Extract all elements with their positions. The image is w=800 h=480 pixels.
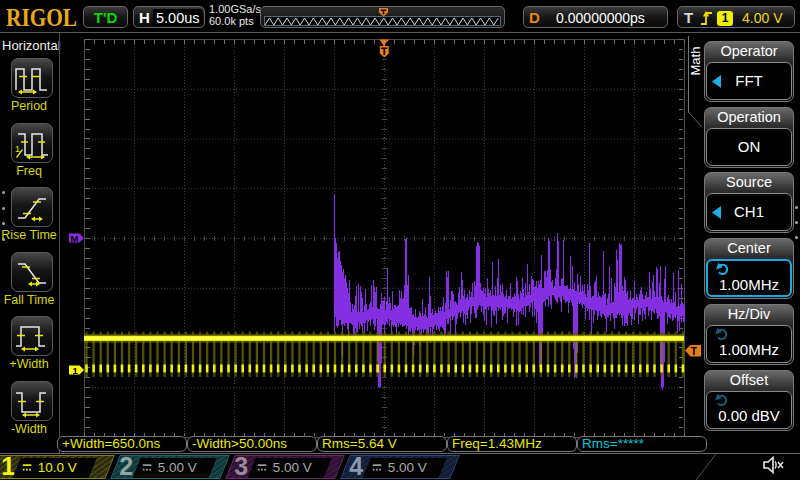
svg-text:1: 1 (73, 365, 79, 376)
svg-text:M: M (71, 233, 79, 244)
svg-text:T: T (691, 346, 697, 357)
